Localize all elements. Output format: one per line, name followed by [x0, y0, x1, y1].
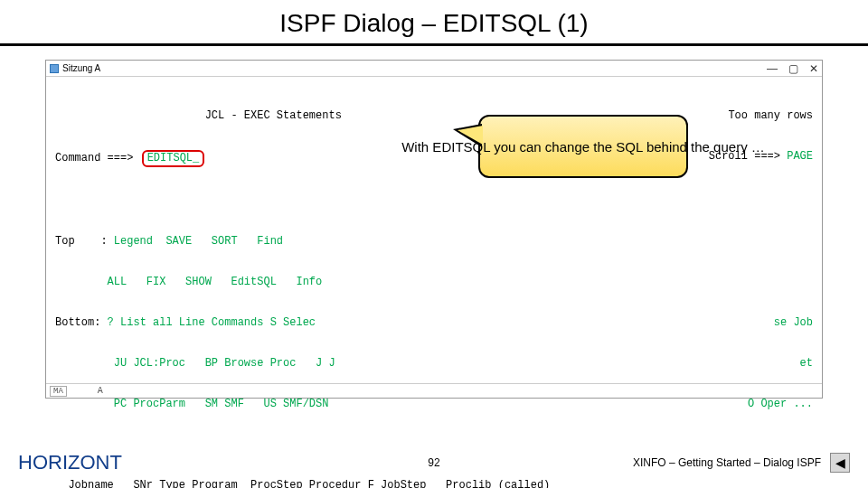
command-line[interactable]: Command ===> EDITSQL_: [55, 150, 204, 167]
slide-title: ISPF Dialog – EDITSQL (1): [0, 0, 868, 43]
screen-header: JCL - EXEC Statements: [55, 109, 342, 123]
legend-bottom-3: PC ProcParm SM SMF US SMF/DSN O Oper ...: [55, 398, 813, 411]
callout-bubble: With EDITSQL you can change the SQL behi…: [478, 115, 688, 178]
nav-prev-icon[interactable]: ◀: [830, 453, 850, 473]
status-bar: MA A: [46, 383, 822, 398]
terminal-window: Sitzung A — ▢ ✕ JCL - EXEC Statements To…: [45, 60, 823, 399]
minimize-button[interactable]: —: [767, 63, 778, 74]
status-ma: MA: [50, 386, 67, 397]
window-titlebar[interactable]: Sitzung A — ▢ ✕: [46, 61, 822, 77]
too-many-rows: Too many rows: [728, 109, 813, 123]
status-a: A: [98, 386, 103, 396]
page-number: 92: [428, 456, 439, 469]
window-controls: — ▢ ✕: [767, 63, 818, 74]
legend-top-1: Top : Legend SAVE SORT Find: [55, 235, 813, 249]
terminal-body: JCL - EXEC Statements Too many rows Comm…: [46, 77, 822, 488]
window-caption: Sitzung A: [62, 63, 100, 73]
legend-bottom-2: JU JCL:Proc BP Browse Proc J Jet: [55, 357, 813, 371]
footer-text: XINFO – Getting Started – Dialog ISPF: [633, 456, 821, 469]
legend-bottom-1: Bottom: ? List all Line Commands S Selec…: [55, 316, 813, 330]
legend-top-2: ALL FIX SHOW EditSQL Info: [55, 276, 813, 289]
command-value: EDITSQL_: [147, 152, 200, 164]
title-rule: [0, 43, 868, 46]
maximize-button[interactable]: ▢: [788, 63, 798, 74]
command-input-box[interactable]: EDITSQL_: [142, 150, 205, 167]
slide-footer: HORIZONT 92 XINFO – Getting Started – Di…: [0, 437, 868, 488]
close-button[interactable]: ✕: [809, 63, 818, 74]
brand-logo: HORIZONT: [18, 451, 122, 474]
app-icon: [50, 64, 59, 73]
